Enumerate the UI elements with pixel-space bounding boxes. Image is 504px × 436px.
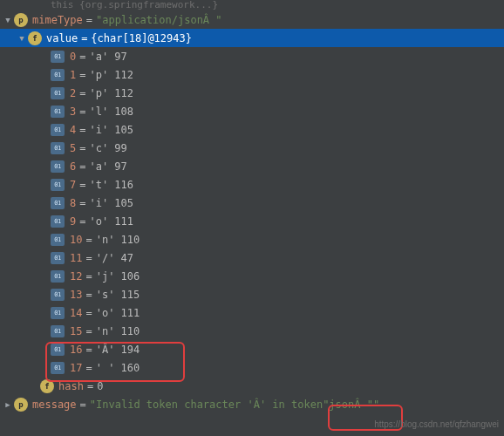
equals-sign: =: [79, 160, 85, 173]
char-element-icon: 01: [51, 51, 65, 63]
equals-sign: =: [86, 14, 92, 26]
equals-sign: =: [79, 51, 85, 63]
array-index: 7: [70, 179, 76, 191]
property-badge-icon: p: [14, 13, 28, 27]
array-value: ' ' 160: [96, 362, 140, 374]
array-value: 'n' 110: [96, 234, 140, 246]
array-value: 'i' 105: [89, 124, 133, 136]
array-value: '/' 47: [96, 252, 133, 264]
array-item-row[interactable]: 0112='j' 106: [0, 267, 504, 285]
array-index: 1: [70, 69, 76, 81]
equals-sign: =: [85, 234, 92, 246]
char-element-icon: 01: [51, 106, 65, 118]
array-value: 'l' 108: [89, 106, 133, 118]
char-element-icon: 01: [51, 124, 65, 136]
array-item-row[interactable]: 014='i' 105: [0, 120, 504, 139]
var-value: "application/jsonÂ ": [96, 14, 222, 26]
char-element-icon: 01: [51, 252, 65, 264]
array-item-row[interactable]: 013='l' 108: [0, 102, 504, 120]
var-name: hash: [58, 380, 84, 392]
array-item-row[interactable]: 0115='n' 110: [0, 322, 504, 340]
equals-sign: =: [79, 106, 85, 118]
equals-sign: =: [80, 399, 86, 411]
field-badge-icon: f: [28, 31, 42, 45]
char-element-icon: 01: [51, 179, 65, 191]
array-value: 'p' 112: [89, 69, 133, 81]
char-element-icon: 01: [51, 344, 65, 356]
equals-sign: =: [85, 289, 92, 301]
array-value: 'o' 111: [96, 307, 140, 319]
array-index: 17: [70, 362, 82, 374]
char-element-icon: 01: [51, 69, 65, 81]
array-item-row[interactable]: 018='i' 105: [0, 194, 504, 212]
var-value: 0: [97, 380, 103, 392]
char-element-icon: 01: [51, 325, 65, 337]
equals-sign: =: [79, 142, 85, 154]
array-index: 9: [70, 215, 76, 228]
array-item-row[interactable]: 0116='Â' 194: [0, 340, 504, 358]
array-index: 15: [70, 325, 82, 337]
expand-arrow-icon[interactable]: ▶: [3, 400, 12, 409]
array-value: 's' 115: [96, 289, 140, 301]
equals-sign: =: [85, 252, 92, 264]
var-name: mimeType: [32, 14, 83, 26]
collapse-arrow-icon[interactable]: ▼: [17, 34, 26, 43]
array-item-row[interactable]: 0110='n' 110: [0, 230, 504, 249]
array-value: 't' 116: [89, 179, 133, 191]
equals-sign: =: [85, 344, 92, 356]
equals-sign: =: [79, 215, 85, 228]
equals-sign: =: [79, 179, 85, 191]
array-value: 'a' 97: [89, 51, 126, 63]
char-element-icon: 01: [51, 289, 65, 301]
collapse-arrow-icon[interactable]: ▼: [3, 16, 12, 24]
array-value: 'o' 111: [89, 215, 133, 228]
watermark-text: https://blog.csdn.net/qfzhangwei: [374, 419, 499, 429]
array-item-row[interactable]: 016='a' 97: [0, 157, 504, 175]
array-value: 'j' 106: [96, 270, 140, 283]
equals-sign: =: [85, 362, 92, 374]
array-item-row[interactable]: 0113='s' 115: [0, 285, 504, 303]
char-element-icon: 01: [51, 234, 65, 246]
var-value-prefix: "Invalid token character 'Â' in token: [90, 399, 323, 411]
char-element-icon: 01: [51, 307, 65, 319]
var-value-highlight: "jsonÂ "": [323, 399, 379, 411]
field-badge-icon: f: [40, 379, 54, 393]
char-element-icon: 01: [51, 215, 65, 228]
char-element-icon: 01: [51, 270, 65, 283]
array-value: 'c' 99: [89, 142, 126, 154]
array-index: 10: [70, 234, 82, 246]
var-value: {char[18]@12943}: [91, 32, 192, 44]
equals-sign: =: [81, 32, 87, 44]
truncated-context: this {org.springframework...}: [0, 0, 504, 10]
var-row-hash[interactable]: ▶ f hash = 0: [0, 377, 504, 395]
array-item-row[interactable]: 010='a' 97: [0, 47, 504, 65]
array-index: 12: [70, 270, 82, 283]
array-index: 16: [70, 344, 82, 356]
equals-sign: =: [79, 87, 85, 99]
array-index: 0: [70, 51, 76, 63]
var-row-value[interactable]: ▼ f value = {char[18]@12943}: [0, 29, 504, 47]
array-item-row[interactable]: 012='p' 112: [0, 84, 504, 102]
char-element-icon: 01: [51, 142, 65, 154]
equals-sign: =: [85, 270, 92, 283]
array-item-row[interactable]: 0111='/' 47: [0, 249, 504, 267]
array-item-row[interactable]: 017='t' 116: [0, 175, 504, 194]
equals-sign: =: [87, 380, 93, 392]
array-item-row[interactable]: 0114='o' 111: [0, 303, 504, 322]
equals-sign: =: [79, 124, 85, 136]
array-item-row[interactable]: 0117=' ' 160: [0, 358, 504, 377]
var-row-message[interactable]: ▶ p message = "Invalid token character '…: [0, 395, 504, 413]
var-row-mimetype[interactable]: ▼ p mimeType = "application/jsonÂ ": [0, 10, 504, 29]
array-index: 5: [70, 142, 76, 154]
array-index: 8: [70, 197, 76, 209]
char-element-icon: 01: [51, 197, 65, 209]
array-index: 2: [70, 87, 76, 99]
array-value: 'p' 112: [89, 87, 133, 99]
array-item-row[interactable]: 011='p' 112: [0, 65, 504, 84]
array-item-row[interactable]: 019='o' 111: [0, 212, 504, 230]
array-item-row[interactable]: 015='c' 99: [0, 139, 504, 157]
array-value: 'Â' 194: [96, 344, 140, 356]
var-name: message: [32, 399, 77, 411]
array-value: 'a' 97: [89, 160, 126, 173]
array-value: 'i' 105: [89, 197, 133, 209]
